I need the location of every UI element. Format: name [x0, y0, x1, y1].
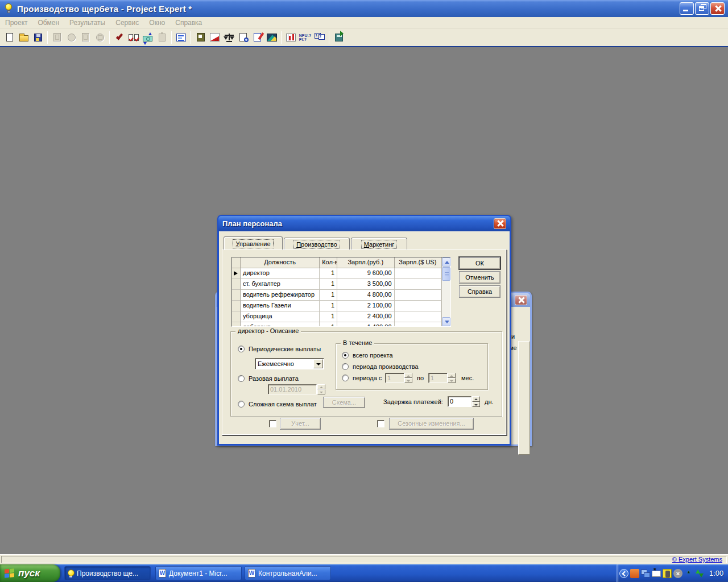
cell-count[interactable]: 1 [320, 268, 337, 279]
cell-salary-rub[interactable]: 2 100,00 [337, 301, 394, 311]
cell-position[interactable]: ст. бухгалтер [241, 279, 320, 290]
taskbar-item-kontrolnaya[interactable]: W КонтрольнаяАли... [245, 566, 331, 580]
ok-button[interactable]: ОК [459, 257, 500, 269]
delay-input[interactable]: 0 [448, 396, 471, 407]
cell-position[interactable]: водитель Газели [241, 301, 320, 311]
cell-count[interactable]: 1 [320, 301, 337, 311]
menu-project[interactable]: Проект [0, 18, 33, 28]
network-activity-tray-icon[interactable] [695, 569, 704, 578]
cell-salary-rub[interactable]: 2 400,00 [337, 311, 394, 322]
scroll-up-button[interactable] [442, 257, 450, 267]
delay-spinner[interactable] [472, 396, 480, 407]
windows-compare-icon[interactable]: 12 [312, 31, 326, 44]
money-transfer-icon[interactable] [140, 31, 155, 44]
word-icon: W [159, 569, 166, 577]
dialog-close-button[interactable] [494, 218, 506, 229]
tab-marketing[interactable]: Маркетинг [351, 238, 407, 250]
cell-count[interactable]: 1 [320, 279, 337, 290]
cell-salary-rub[interactable]: 9 600,00 [337, 268, 394, 279]
remote-control-tray-icon[interactable] [663, 569, 672, 578]
document-search-icon[interactable] [236, 31, 250, 44]
mail-guard-tray-icon[interactable]: * [652, 571, 661, 577]
period-combobox[interactable]: Ежемесячно [255, 358, 324, 369]
menu-exchange[interactable]: Обмен [33, 18, 65, 28]
table-chart-icon[interactable] [284, 31, 298, 44]
cell-count[interactable]: 1 [320, 290, 337, 301]
scroll-thumb[interactable] [442, 267, 450, 281]
cell-salary-usd[interactable] [395, 279, 442, 290]
expert-systems-link[interactable]: © Expert Systems [672, 556, 722, 563]
table-row[interactable]: лаборант 1 1 400,00 [232, 322, 441, 326]
report-edit-icon[interactable] [250, 31, 264, 44]
table-row[interactable]: ст. бухгалтер 1 3 500,00 [232, 279, 441, 290]
cell-salary-usd[interactable] [395, 311, 442, 322]
menu-service[interactable]: Сервис [110, 18, 144, 28]
onetime-date-input[interactable]: 01.01.2010 [268, 384, 317, 394]
notebook-icon[interactable] [193, 31, 208, 44]
task-list-icon[interactable] [174, 31, 188, 44]
menu-window[interactable]: Окно [144, 18, 170, 28]
onetime-payment-radio[interactable] [238, 375, 245, 382]
taskbar-item-project-expert[interactable]: Производство ще... [64, 566, 151, 580]
taskbar-item-document1[interactable]: W Документ1 - Micr... [155, 566, 242, 580]
tab-management[interactable]: Управление [224, 236, 283, 250]
cell-count[interactable]: 1 [320, 311, 337, 322]
tab-production[interactable]: Производство [284, 238, 350, 250]
close-button[interactable] [710, 2, 725, 15]
cancel-button[interactable]: Отменить [459, 271, 500, 284]
cell-position[interactable]: лаборант [241, 322, 320, 326]
table-row[interactable]: водитель Газели 1 2 100,00 [232, 301, 441, 311]
table-row[interactable]: водитель рефрежиратор 1 4 800,00 [232, 290, 441, 301]
cell-salary-usd[interactable] [395, 301, 442, 311]
menu-help[interactable]: Справка [170, 18, 207, 28]
cell-salary-usd[interactable] [395, 268, 442, 279]
java-tray-icon[interactable] [630, 569, 639, 578]
disconnect-tray-icon[interactable]: × [673, 569, 682, 578]
scales-icon[interactable] [222, 31, 236, 44]
cell-salary-rub[interactable]: 3 500,00 [337, 279, 394, 290]
seasonal-checkbox[interactable] [377, 420, 384, 427]
period-from-input[interactable]: 1 [385, 373, 404, 383]
table-scrollbar[interactable] [441, 257, 450, 326]
period-to-spinner[interactable] [448, 373, 456, 383]
calculator-export-icon[interactable] [332, 31, 346, 44]
cell-salary-rub[interactable]: 4 800,00 [337, 290, 394, 301]
whole-project-radio[interactable] [342, 352, 349, 359]
combo-dropdown-icon[interactable] [313, 359, 323, 368]
period-from-spinner[interactable] [404, 373, 412, 383]
collapse-chevron-icon[interactable] [619, 569, 628, 578]
cell-salary-usd[interactable] [395, 290, 442, 301]
npv-indicators-icon[interactable]: NPU:?PI:? [298, 31, 312, 44]
onetime-date-spinner[interactable] [317, 384, 325, 394]
cell-position[interactable]: водитель рефрежиратор [241, 290, 320, 301]
new-document-icon[interactable] [2, 31, 16, 44]
open-project-icon[interactable] [16, 31, 31, 44]
table-row[interactable]: директор 1 9 600,00 [232, 268, 441, 279]
minimize-button[interactable] [680, 2, 694, 15]
table-row[interactable]: уборщица 1 2 400,00 [232, 311, 441, 322]
complex-scheme-radio[interactable] [238, 401, 245, 408]
check-icon[interactable] [112, 31, 126, 44]
graph-icon[interactable] [264, 31, 279, 44]
cash-flow-icon[interactable]: CF [208, 31, 222, 44]
antivirus-spider-tray-icon[interactable]: * [684, 569, 693, 578]
help-button[interactable]: Справка [459, 285, 500, 298]
production-period-radio[interactable] [342, 363, 349, 370]
start-button[interactable]: пуск [0, 564, 60, 582]
cell-position[interactable]: уборщица [241, 311, 320, 322]
compare-docs-icon[interactable] [126, 31, 140, 44]
scroll-down-button[interactable] [442, 317, 450, 326]
periodic-payments-radio[interactable] [238, 346, 245, 352]
background-dialog-close-button[interactable] [515, 295, 527, 305]
uchet-checkbox[interactable] [269, 420, 276, 427]
cell-count[interactable]: 1 [320, 322, 337, 326]
restore-button[interactable] [695, 2, 709, 15]
cell-salary-usd[interactable] [395, 322, 442, 326]
custom-period-radio[interactable] [342, 375, 349, 381]
cell-salary-rub[interactable]: 1 400,00 [337, 322, 394, 326]
network-tray-icon[interactable] [641, 569, 650, 578]
save-icon[interactable] [31, 31, 45, 44]
menu-results[interactable]: Результаты [64, 18, 110, 28]
cell-position[interactable]: директор [241, 268, 320, 279]
period-to-input[interactable]: 1 [428, 373, 448, 383]
